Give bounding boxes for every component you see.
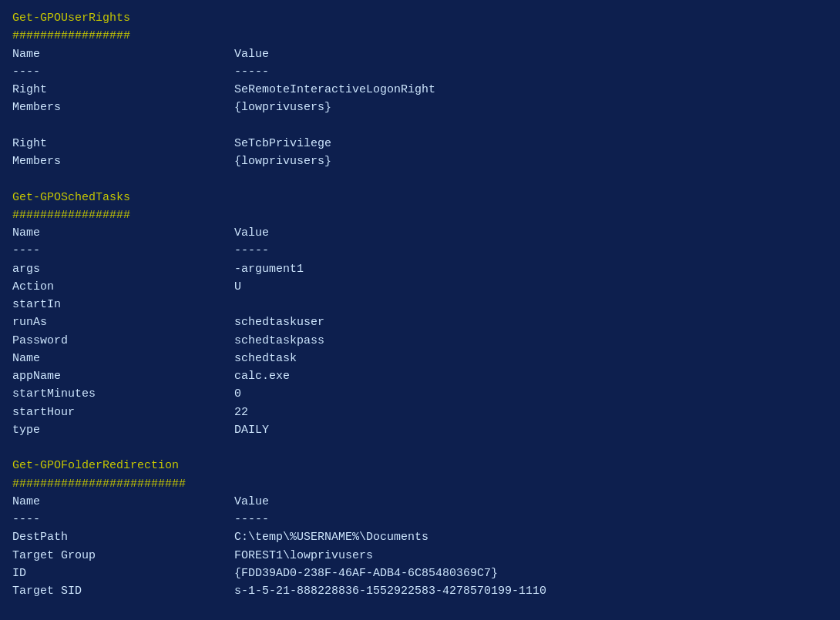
row-value-sched-tasks-0: -argument1 (234, 263, 304, 276)
row-value-sched-tasks-5: schedtask (234, 352, 297, 365)
section-header-label-folder-redirection: Get-GPOFolderRedirection (12, 459, 179, 472)
row-name-user-rights-1: Members (12, 101, 234, 114)
section-header-label-sched-tasks: Get-GPOSchedTasks (12, 191, 130, 204)
row-name-sched-tasks-1: Action (12, 280, 234, 293)
col-divider-value-sched-tasks: ----- (234, 244, 269, 257)
row-name-sched-tasks-6: appName (12, 370, 234, 383)
section-header-hash-folder-redirection: ######################### (12, 478, 186, 491)
row-name-sched-tasks-3: runAs (12, 316, 234, 329)
col-header-name-sched-tasks: Name (12, 226, 234, 240)
row-name-user-rights-4: Members (12, 155, 234, 168)
row-name-user-rights-3: Right (12, 137, 234, 150)
row-value-sched-tasks-3: schedtaskuser (234, 316, 324, 329)
row-name-folder-redirection-2: ID (12, 567, 234, 580)
row-name-user-rights-0: Right (12, 83, 234, 96)
row-value-folder-redirection-3: s-1-5-21-888228836-1552922583-4278570199… (234, 585, 546, 598)
row-value-sched-tasks-1: U (234, 280, 241, 293)
row-value-sched-tasks-9: DAILY (234, 424, 269, 437)
row-name-folder-redirection-3: Target SID (12, 585, 234, 598)
row-value-sched-tasks-7: 0 (234, 387, 241, 400)
col-divider-name-user-rights: ---- (12, 65, 234, 79)
row-value-user-rights-1: {lowprivusers} (234, 101, 331, 114)
row-name-sched-tasks-0: args (12, 263, 234, 276)
row-value-user-rights-0: SeRemoteInteractiveLogonRight (234, 83, 435, 96)
row-name-sched-tasks-8: startHour (12, 406, 234, 419)
col-header-name-user-rights: Name (12, 48, 234, 61)
col-divider-name-folder-redirection: ---- (12, 513, 234, 526)
row-name-sched-tasks-5: Name (12, 352, 234, 365)
col-divider-name-sched-tasks: ---- (12, 244, 234, 257)
row-name-sched-tasks-2: startIn (12, 298, 234, 311)
row-name-sched-tasks-9: type (12, 424, 234, 437)
section-header-hash-sched-tasks: ################# (12, 209, 130, 222)
row-name-sched-tasks-4: Password (12, 334, 234, 347)
col-header-value-user-rights: Value (234, 48, 269, 61)
row-value-sched-tasks-4: schedtaskpass (234, 334, 324, 347)
row-name-folder-redirection-0: DestPath (12, 531, 234, 544)
section-header-hash-user-rights: ################# (12, 29, 130, 42)
col-divider-value-user-rights: ----- (234, 65, 269, 79)
row-value-folder-redirection-2: {FDD39AD0-238F-46AF-ADB4-6C85480369C7} (234, 567, 498, 580)
row-value-user-rights-4: {lowprivusers} (234, 155, 331, 168)
section-header-label-user-rights: Get-GPOUserRights (12, 12, 130, 25)
col-header-value-sched-tasks: Value (234, 226, 269, 240)
row-value-sched-tasks-6: calc.exe (234, 370, 290, 383)
col-divider-value-folder-redirection: ----- (234, 513, 269, 526)
col-header-value-folder-redirection: Value (234, 495, 269, 508)
terminal-window: Get-GPOUserRights ################# Name… (12, 9, 828, 618)
row-name-sched-tasks-7: startMinutes (12, 387, 234, 400)
col-header-name-folder-redirection: Name (12, 495, 234, 508)
row-value-folder-redirection-1: FOREST1\lowprivusers (234, 549, 373, 562)
row-value-sched-tasks-8: 22 (234, 406, 248, 419)
row-value-user-rights-3: SeTcbPrivilege (234, 137, 331, 150)
row-value-folder-redirection-0: C:\temp\%USERNAME%\Documents (234, 531, 428, 544)
row-name-folder-redirection-1: Target Group (12, 549, 234, 562)
